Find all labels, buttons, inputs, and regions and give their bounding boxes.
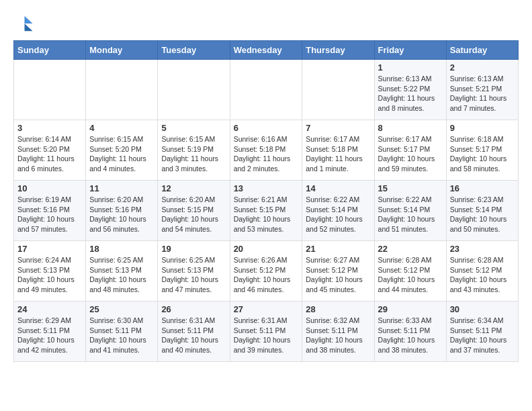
calendar-cell: 12Sunrise: 6:20 AM Sunset: 5:15 PM Dayli… [158,181,230,241]
day-info: Sunrise: 6:31 AM Sunset: 5:11 PM Dayligh… [234,316,299,355]
calendar-cell: 28Sunrise: 6:32 AM Sunset: 5:11 PM Dayli… [302,302,374,362]
day-info: Sunrise: 6:22 AM Sunset: 5:14 PM Dayligh… [378,195,443,234]
day-info: Sunrise: 6:30 AM Sunset: 5:11 PM Dayligh… [89,316,154,355]
day-number: 20 [234,244,299,254]
calendar-header: SundayMondayTuesdayWednesdayThursdayFrid… [14,41,519,60]
calendar-cell: 5Sunrise: 6:15 AM Sunset: 5:19 PM Daylig… [158,120,230,181]
day-info: Sunrise: 6:25 AM Sunset: 5:13 PM Dayligh… [161,255,226,295]
day-info: Sunrise: 6:18 AM Sunset: 5:17 PM Dayligh… [450,134,515,174]
weekday-header-saturday: Saturday [446,41,518,60]
logo [13,13,36,34]
day-number: 4 [89,123,154,133]
day-number: 25 [89,304,154,314]
svg-marker-1 [25,24,33,31]
day-info: Sunrise: 6:19 AM Sunset: 5:16 PM Dayligh… [17,195,82,234]
day-info: Sunrise: 6:31 AM Sunset: 5:11 PM Dayligh… [161,316,226,355]
logo-icon [13,13,34,34]
day-info: Sunrise: 6:17 AM Sunset: 5:18 PM Dayligh… [306,134,370,174]
weekday-header-tuesday: Tuesday [158,41,230,60]
weekday-header-sunday: Sunday [14,41,86,60]
day-number: 13 [234,183,299,193]
calendar-cell: 13Sunrise: 6:21 AM Sunset: 5:15 PM Dayli… [230,181,302,241]
calendar-cell: 6Sunrise: 6:16 AM Sunset: 5:18 PM Daylig… [230,120,302,181]
calendar-cell: 7Sunrise: 6:17 AM Sunset: 5:18 PM Daylig… [302,120,374,181]
calendar-cell [230,60,302,120]
day-number: 24 [17,304,82,314]
calendar-cell: 17Sunrise: 6:24 AM Sunset: 5:13 PM Dayli… [14,241,86,302]
day-info: Sunrise: 6:16 AM Sunset: 5:18 PM Dayligh… [234,134,299,174]
calendar-cell: 26Sunrise: 6:31 AM Sunset: 5:11 PM Dayli… [158,302,230,362]
calendar-cell: 10Sunrise: 6:19 AM Sunset: 5:16 PM Dayli… [14,181,86,241]
calendar-week-4: 17Sunrise: 6:24 AM Sunset: 5:13 PM Dayli… [14,241,519,302]
day-number: 2 [450,62,515,73]
calendar-cell: 2Sunrise: 6:13 AM Sunset: 5:21 PM Daylig… [446,60,518,120]
day-info: Sunrise: 6:32 AM Sunset: 5:11 PM Dayligh… [306,316,370,355]
calendar-week-2: 3Sunrise: 6:14 AM Sunset: 5:20 PM Daylig… [14,120,519,181]
day-number: 23 [450,244,515,254]
day-number: 30 [450,304,515,314]
day-info: Sunrise: 6:17 AM Sunset: 5:17 PM Dayligh… [378,134,443,174]
calendar-cell [158,60,230,120]
calendar-cell: 29Sunrise: 6:33 AM Sunset: 5:11 PM Dayli… [374,302,446,362]
day-number: 5 [161,123,226,133]
day-info: Sunrise: 6:20 AM Sunset: 5:16 PM Dayligh… [89,195,154,234]
calendar-cell: 21Sunrise: 6:27 AM Sunset: 5:12 PM Dayli… [302,241,374,302]
calendar-cell: 23Sunrise: 6:28 AM Sunset: 5:12 PM Dayli… [446,241,518,302]
weekday-header-monday: Monday [86,41,158,60]
weekday-header-thursday: Thursday [302,41,374,60]
calendar-cell: 4Sunrise: 6:15 AM Sunset: 5:20 PM Daylig… [86,120,158,181]
day-info: Sunrise: 6:20 AM Sunset: 5:15 PM Dayligh… [161,195,226,234]
day-number: 11 [89,183,154,193]
calendar-week-1: 1Sunrise: 6:13 AM Sunset: 5:22 PM Daylig… [14,60,519,120]
day-number: 12 [161,183,226,193]
calendar-cell: 20Sunrise: 6:26 AM Sunset: 5:12 PM Dayli… [230,241,302,302]
weekday-header-friday: Friday [374,41,446,60]
calendar-week-5: 24Sunrise: 6:29 AM Sunset: 5:11 PM Dayli… [14,302,519,362]
day-number: 17 [17,244,82,254]
calendar-cell: 8Sunrise: 6:17 AM Sunset: 5:17 PM Daylig… [374,120,446,181]
day-number: 18 [89,244,154,254]
calendar-cell: 3Sunrise: 6:14 AM Sunset: 5:20 PM Daylig… [14,120,86,181]
day-number: 8 [378,123,443,133]
day-number: 29 [378,304,443,314]
day-number: 3 [17,123,82,133]
calendar-cell: 9Sunrise: 6:18 AM Sunset: 5:17 PM Daylig… [446,120,518,181]
calendar-cell: 24Sunrise: 6:29 AM Sunset: 5:11 PM Dayli… [14,302,86,362]
calendar-cell [14,60,86,120]
day-info: Sunrise: 6:15 AM Sunset: 5:19 PM Dayligh… [161,134,226,174]
calendar-cell: 18Sunrise: 6:25 AM Sunset: 5:13 PM Dayli… [86,241,158,302]
calendar-cell: 14Sunrise: 6:22 AM Sunset: 5:14 PM Dayli… [302,181,374,241]
calendar-cell: 19Sunrise: 6:25 AM Sunset: 5:13 PM Dayli… [158,241,230,302]
day-info: Sunrise: 6:14 AM Sunset: 5:20 PM Dayligh… [17,134,82,174]
day-info: Sunrise: 6:34 AM Sunset: 5:11 PM Dayligh… [450,316,515,355]
day-number: 19 [161,244,226,254]
day-number: 1 [378,62,443,73]
day-number: 9 [450,123,515,133]
day-number: 27 [234,304,299,314]
day-number: 7 [306,123,370,133]
day-info: Sunrise: 6:26 AM Sunset: 5:12 PM Dayligh… [234,255,299,295]
calendar-cell: 22Sunrise: 6:28 AM Sunset: 5:12 PM Dayli… [374,241,446,302]
calendar-cell: 1Sunrise: 6:13 AM Sunset: 5:22 PM Daylig… [374,60,446,120]
day-info: Sunrise: 6:33 AM Sunset: 5:11 PM Dayligh… [378,316,443,355]
day-info: Sunrise: 6:13 AM Sunset: 5:22 PM Dayligh… [378,74,443,113]
day-info: Sunrise: 6:21 AM Sunset: 5:15 PM Dayligh… [234,195,299,234]
day-info: Sunrise: 6:25 AM Sunset: 5:13 PM Dayligh… [89,255,154,295]
day-number: 10 [17,183,82,193]
weekday-header-row: SundayMondayTuesdayWednesdayThursdayFrid… [14,41,519,60]
day-info: Sunrise: 6:27 AM Sunset: 5:12 PM Dayligh… [306,255,370,295]
calendar-cell: 16Sunrise: 6:23 AM Sunset: 5:14 PM Dayli… [446,181,518,241]
weekday-header-wednesday: Wednesday [230,41,302,60]
day-number: 15 [378,183,443,193]
day-info: Sunrise: 6:23 AM Sunset: 5:14 PM Dayligh… [450,195,515,234]
day-number: 26 [161,304,226,314]
calendar-cell: 27Sunrise: 6:31 AM Sunset: 5:11 PM Dayli… [230,302,302,362]
calendar-week-3: 10Sunrise: 6:19 AM Sunset: 5:16 PM Dayli… [14,181,519,241]
calendar-cell [302,60,374,120]
day-number: 16 [450,183,515,193]
day-number: 22 [378,244,443,254]
page-header [13,13,519,34]
day-info: Sunrise: 6:24 AM Sunset: 5:13 PM Dayligh… [17,255,82,295]
calendar-cell: 25Sunrise: 6:30 AM Sunset: 5:11 PM Dayli… [86,302,158,362]
calendar-cell: 30Sunrise: 6:34 AM Sunset: 5:11 PM Dayli… [446,302,518,362]
